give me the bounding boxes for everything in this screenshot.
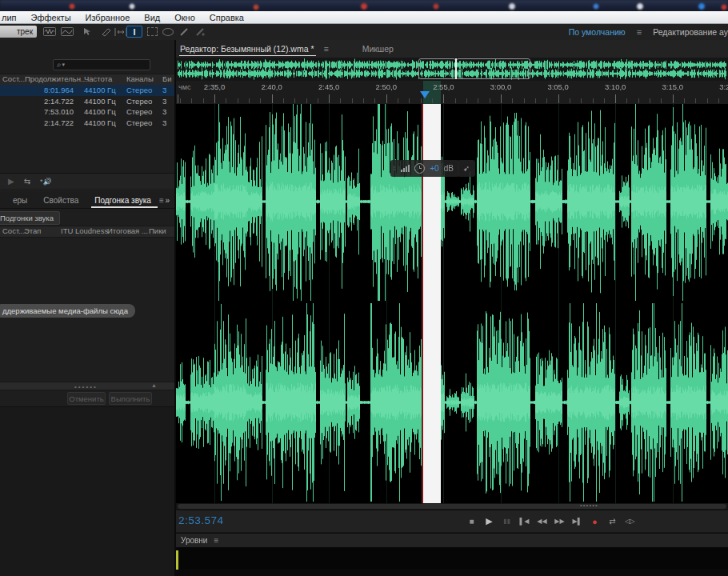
menu-item-0[interactable]: лип — [0, 13, 24, 22]
multitrack-toggle-button[interactable]: трек — [0, 26, 37, 38]
column-header-state2[interactable]: Сост... — [2, 226, 25, 235]
skip-playhead-button[interactable]: ◁▷ — [625, 518, 635, 525]
clock-icon[interactable] — [414, 163, 425, 174]
ruler-unit-label[interactable]: чмс — [178, 83, 190, 91]
lasso-selection-tool-button[interactable] — [160, 26, 176, 38]
workspace-default-button[interactable]: По умолчанию — [569, 27, 626, 37]
stop-button[interactable]: ■ — [466, 517, 477, 526]
empty-panel-area — [0, 406, 174, 576]
level-meter-bar — [176, 550, 178, 570]
run-button[interactable]: Выполнить — [109, 392, 152, 405]
time-selection-tool-button[interactable]: I — [126, 26, 142, 38]
timeline-ruler[interactable]: чмс 2:35,02:40,02:45,02:50,02:55,03:00,0… — [176, 81, 728, 105]
file-channels: Стерео — [126, 118, 152, 127]
move-tool-button[interactable] — [80, 26, 96, 38]
tab-properties[interactable]: Свойства — [35, 196, 86, 205]
horizontal-scrollbar[interactable]: •••••• — [176, 503, 728, 510]
volume-hud[interactable]: ⁞ +0 dB — [390, 160, 459, 177]
column-header-itu[interactable]: ITU Loudness — [61, 226, 108, 235]
ruler-major-ticks — [176, 94, 728, 103]
column-header-rate[interactable]: Частота — [84, 74, 112, 83]
hud-grip-icon[interactable]: ⁞ — [394, 165, 396, 172]
files-panel: ⌕ ▾ Сост... Продолжительн... Частота Кан… — [0, 40, 174, 576]
panel-menu-icon[interactable]: ≡ — [159, 196, 164, 205]
razor-tool-button[interactable] — [98, 26, 114, 38]
ruler-tick-label: 2:40,0 — [261, 82, 282, 91]
file-row[interactable]: 7:53.01044100 ГцСтерео3 — [0, 106, 174, 118]
skip-start-button[interactable]: ▌◀ — [519, 518, 530, 525]
playhead-marker-icon[interactable] — [420, 91, 430, 98]
autoplay-speaker-icon[interactable]: *🔊 — [40, 178, 52, 186]
marquee-selection-tool-button[interactable] — [144, 26, 160, 38]
column-header-stage[interactable]: Этап — [24, 226, 42, 235]
menu-item-5[interactable]: Справка — [202, 13, 251, 22]
column-header-state[interactable]: Сост... — [2, 74, 25, 83]
fast-forward-button[interactable]: ▶▶ — [554, 518, 565, 525]
loop-button[interactable]: ⇄ — [607, 517, 618, 526]
preview-play-icon[interactable]: ▶ — [8, 177, 14, 186]
workspace-menu-icon[interactable]: ≡ — [637, 27, 642, 37]
column-header-bits[interactable]: Би — [162, 74, 172, 83]
panel-splitter[interactable]: •••••• ▲ — [0, 382, 174, 390]
waveform-display[interactable]: ⁞ +0 dB ➶ — [176, 104, 728, 503]
cancel-button[interactable]: Отменить — [67, 392, 106, 405]
editor-file-tab[interactable]: Редактор: Безымянный (12).wma * — [176, 44, 319, 54]
column-header-channels[interactable]: Каналы — [126, 74, 154, 83]
record-button[interactable]: ● — [590, 517, 600, 526]
ruler-tick-label: 3:15,0 — [662, 82, 683, 91]
splitter-grip-icon: •••••• — [74, 383, 98, 390]
match-loudness-settings-button[interactable]: Подгонки звука — [0, 211, 60, 225]
column-header-peaks[interactable]: Пики — [149, 226, 166, 235]
menu-item-2[interactable]: Избранное — [78, 13, 138, 22]
tab-match-loudness[interactable]: Подгонка звука — [86, 196, 159, 205]
loop-preview-icon[interactable]: ⇆ — [24, 177, 30, 186]
files-table-body: 8:01.96444100 ГцСтерео32:14.72244100 ГцС… — [0, 85, 174, 128]
skip-end-button[interactable]: ▶▌ — [572, 518, 582, 525]
heal-tool-button[interactable] — [192, 26, 208, 38]
overview-selection-box-2[interactable] — [456, 58, 530, 79]
ruler-tick-label: 2:35,0 — [204, 82, 225, 91]
file-duration: 2:14.722 — [24, 97, 74, 106]
pause-button[interactable]: ▮▮ — [502, 518, 512, 525]
waveform-view-button[interactable] — [42, 26, 58, 38]
volume-bars-icon — [401, 165, 410, 172]
overview-playhead[interactable] — [455, 58, 457, 79]
tab-markers[interactable]: еры — [5, 196, 35, 205]
levels-menu-icon[interactable]: ≡ — [214, 536, 218, 545]
file-channels: Стерео — [126, 97, 152, 106]
match-loudness-table-header: Сост... Этап ITU Loudness Итоговая ... П… — [0, 226, 174, 238]
search-input[interactable]: ⌕ ▾ — [53, 59, 150, 70]
ruler-tick-label: 3:00,0 — [490, 82, 511, 91]
mixer-tab[interactable]: Микшер — [334, 44, 422, 54]
scrollbar-thumb[interactable] — [178, 504, 726, 509]
levels-panel-header[interactable]: Уровни ≡ — [176, 533, 728, 547]
tab-overflow-icon[interactable]: » — [165, 196, 174, 205]
overview-selection-box-1[interactable] — [418, 58, 456, 79]
search-dropdown-icon: ▾ — [62, 62, 66, 68]
column-header-duration[interactable]: Продолжительн... — [25, 74, 87, 83]
file-bit-depth: 3 — [162, 97, 166, 106]
overview-strip[interactable] — [176, 58, 728, 81]
ruler-tick-label: 3:10,0 — [605, 82, 626, 91]
menu-item-3[interactable]: Вид — [137, 13, 167, 22]
column-header-total[interactable]: Итоговая ... — [107, 226, 148, 235]
menu-item-4[interactable]: Окно — [167, 13, 202, 22]
workspace-mode-label[interactable]: Редактирование ау — [653, 27, 728, 37]
file-bit-depth: 3 — [162, 107, 166, 116]
file-row[interactable]: 8:01.96444100 ГцСтерео3 — [0, 85, 174, 96]
spectral-view-button[interactable] — [59, 26, 75, 38]
levels-panel-label: Уровни — [181, 536, 207, 545]
time-display[interactable]: 2:53.574 — [178, 514, 224, 526]
menu-item-1[interactable]: Эффекты — [24, 13, 78, 22]
hud-gain-value[interactable]: +0 — [430, 164, 438, 173]
ibeam-icon: I — [133, 27, 135, 37]
transport-bar: 2:53.574 ■▶▮▮▌◀◀◀▶▶▶▌●⇄◁▷ — [176, 510, 728, 532]
hud-pin-button[interactable]: ➶ — [458, 160, 475, 177]
play-button[interactable]: ▶ — [484, 516, 494, 526]
rewind-button[interactable]: ◀◀ — [537, 518, 547, 525]
file-row[interactable]: 2:14.72244100 ГцСтерео3 — [0, 96, 174, 107]
file-row[interactable]: 2:14.72244100 ГцСтерео3 — [0, 118, 174, 129]
paintbrush-tool-button[interactable] — [176, 26, 192, 38]
editor-tab-menu-icon[interactable]: ≡ — [319, 44, 334, 54]
collapse-icon[interactable]: ▲ — [151, 382, 157, 388]
